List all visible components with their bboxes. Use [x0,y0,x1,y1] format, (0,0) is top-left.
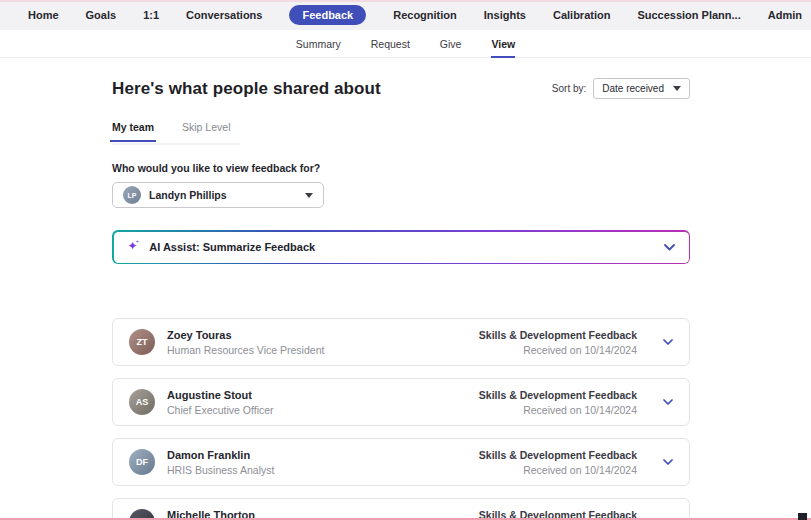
sort-dropdown-value: Date received [602,83,664,94]
card-person-name: Damon Franklin [167,449,274,461]
chevron-down-icon[interactable] [663,459,673,465]
sort-by-label: Sort by: [552,83,586,94]
chevron-down-icon [673,86,681,91]
feedback-card-zoey-touras[interactable]: ZT Zoey Touras Human Resources Vice Pres… [112,318,690,366]
chevron-down-icon[interactable] [663,399,673,405]
card-person-info: Zoey Touras Human Resources Vice Preside… [167,329,324,356]
page-title: Here's what people shared about [112,79,381,99]
card-person-role: HRIS Business Analyst [167,464,274,476]
subnav-item-view-active[interactable]: View [491,30,515,58]
screen-corner-marker [798,513,807,520]
avatar: DF [129,449,155,475]
card-person-role: Chief Executive Officer [167,404,274,416]
nav-item-calibration[interactable]: Calibration [553,9,610,21]
feedback-card-damon-franklin[interactable]: DF Damon Franklin HRIS Business Analyst … [112,438,690,486]
card-person-name: Augustine Stout [167,389,274,401]
nav-item-feedback-active[interactable]: Feedback [289,5,366,25]
card-meta: Skills & Development Feedback Received o… [479,449,637,476]
ai-assist-panel[interactable]: ✦⁺ AI Assist: Summarize Feedback [112,230,690,264]
chevron-down-icon[interactable] [663,339,673,345]
feedback-card-augustine-stout[interactable]: AS Augustine Stout Chief Executive Offic… [112,378,690,426]
person-select-dropdown[interactable]: LP Landyn Phillips [112,182,324,208]
chevron-down-icon [305,193,313,198]
card-person-info: Damon Franklin HRIS Business Analyst [167,449,274,476]
feedback-for-question-label: Who would you like to view feedback for? [112,162,690,174]
header-row: Here's what people shared about Sort by:… [112,78,690,99]
subnav-item-give[interactable]: Give [440,30,462,58]
nav-item-recognition[interactable]: Recognition [393,9,457,21]
team-tabs: My team Skip Level [112,121,262,138]
sort-controls: Sort by: Date received [552,78,690,99]
nav-item-home[interactable]: Home [28,9,59,21]
card-received-date: Received on 10/14/2024 [479,344,637,356]
subnav-item-summary[interactable]: Summary [296,30,341,58]
sort-dropdown[interactable]: Date received [593,78,690,99]
main-content: Here's what people shared about Sort by:… [112,78,690,520]
feedback-card-list: ZT Zoey Touras Human Resources Vice Pres… [112,318,690,520]
screen-share-border-top [0,0,811,2]
avatar: LP [123,186,141,204]
feedback-card-michelle-thorton[interactable]: MT Michelle Thorton Performance Manageme… [112,498,690,520]
card-feedback-type: Skills & Development Feedback [479,329,637,341]
card-person-name: Zoey Touras [167,329,324,341]
avatar: AS [129,389,155,415]
ai-assist-label: AI Assist: Summarize Feedback [149,241,641,253]
ai-sparkle-icon: ✦⁺ [128,240,142,252]
nav-item-succession-planning[interactable]: Succession Plann... [637,9,740,21]
subnav-item-request[interactable]: Request [371,30,410,58]
nav-item-1on1[interactable]: 1:1 [143,9,159,21]
card-meta: Skills & Development Feedback Received o… [479,389,637,416]
nav-item-insights[interactable]: Insights [484,9,526,21]
avatar: ZT [129,329,155,355]
card-feedback-type: Skills & Development Feedback [479,389,637,401]
chevron-down-icon[interactable] [664,244,675,251]
person-select-value: Landyn Phillips [149,189,297,201]
card-meta: Skills & Development Feedback Received o… [479,329,637,356]
card-person-info: Augustine Stout Chief Executive Officer [167,389,274,416]
feedback-sub-navigation: Summary Request Give View [0,30,811,58]
tab-skip-level[interactable]: Skip Level [182,121,230,138]
nav-item-conversations[interactable]: Conversations [186,9,262,21]
nav-item-admin[interactable]: Admin [768,9,802,21]
nav-item-goals[interactable]: Goals [86,9,117,21]
card-person-role: Human Resources Vice President [167,344,324,356]
card-feedback-type: Skills & Development Feedback [479,449,637,461]
card-received-date: Received on 10/14/2024 [479,404,637,416]
card-received-date: Received on 10/14/2024 [479,464,637,476]
tab-my-team-active[interactable]: My team [112,121,154,138]
top-navigation: Home Goals 1:1 Conversations Feedback Re… [0,0,811,30]
ai-assist-panel-inner: ✦⁺ AI Assist: Summarize Feedback [114,232,689,263]
